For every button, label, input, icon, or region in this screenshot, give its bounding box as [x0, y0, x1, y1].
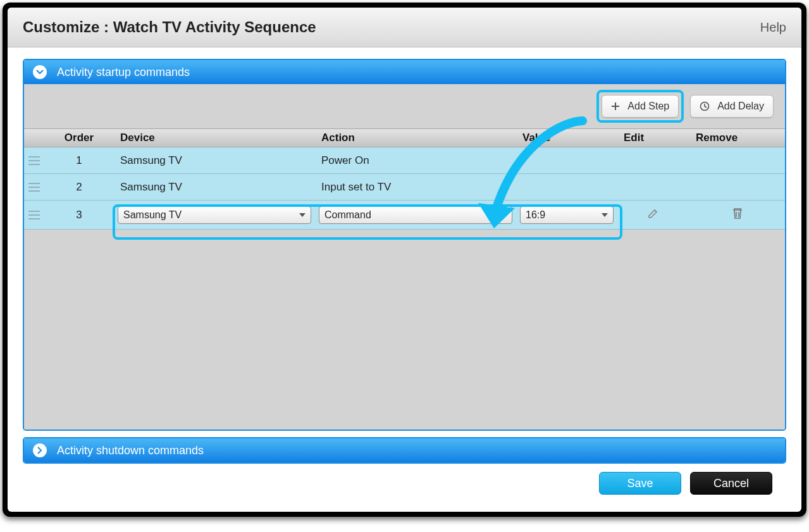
row-order: 1	[44, 147, 114, 173]
table-header: Order Device Action Value Edit Remove	[24, 128, 785, 147]
value-select[interactable]: 16:9	[520, 206, 614, 224]
collapse-icon[interactable]	[33, 65, 47, 79]
col-edit: Edit	[617, 129, 689, 147]
help-link[interactable]: Help	[760, 20, 786, 35]
table-row: 1 Samsung TV Power On	[24, 147, 785, 174]
action-select[interactable]: Command	[319, 206, 512, 224]
cancel-button[interactable]: Cancel	[690, 472, 772, 495]
plus-icon	[611, 102, 620, 111]
drag-handle[interactable]	[24, 174, 44, 200]
shutdown-header[interactable]: Activity shutdown commands	[24, 438, 785, 462]
titlebar: Customize : Watch TV Activity Sequence H…	[8, 8, 801, 47]
drag-handle[interactable]	[24, 147, 44, 173]
table-row: 3 Samsung TV Command	[24, 201, 785, 230]
shutdown-title: Activity shutdown commands	[57, 444, 204, 457]
expand-icon[interactable]	[33, 443, 47, 457]
col-remove: Remove	[689, 129, 785, 147]
chevron-down-icon	[602, 213, 608, 217]
add-step-highlight: Add Step	[596, 90, 684, 123]
row-value	[516, 174, 617, 200]
device-select[interactable]: Samsung TV	[118, 206, 311, 224]
startup-panel: Activity startup commands Add Step	[23, 59, 786, 431]
chevron-down-icon	[299, 213, 306, 217]
row-device: Samsung TV	[114, 147, 315, 173]
row-value	[516, 147, 617, 173]
trash-icon[interactable]	[732, 207, 743, 223]
row-action: Input set to TV	[315, 174, 516, 200]
save-button[interactable]: Save	[599, 472, 681, 495]
add-step-label: Add Step	[627, 101, 669, 112]
add-step-button[interactable]: Add Step	[602, 95, 679, 118]
row-action: Power On	[315, 147, 516, 173]
drag-handle[interactable]	[24, 201, 44, 229]
dialog-footer: Save Cancel	[23, 464, 786, 503]
device-select-value: Samsung TV	[123, 209, 182, 221]
col-order: Order	[44, 129, 114, 147]
row-device: Samsung TV	[114, 174, 315, 200]
row-order: 3	[44, 201, 114, 229]
startup-header[interactable]: Activity startup commands	[24, 60, 785, 84]
col-value: Value	[516, 129, 617, 147]
col-action: Action	[315, 129, 516, 147]
startup-title: Activity startup commands	[57, 66, 190, 79]
dialog-frame: Customize : Watch TV Activity Sequence H…	[3, 3, 806, 517]
action-select-value: Command	[324, 209, 371, 221]
row-order: 2	[44, 174, 114, 200]
value-select-value: 16:9	[526, 209, 545, 221]
edit-icon[interactable]	[647, 207, 660, 223]
table-row: 2 Samsung TV Input set to TV	[24, 174, 785, 201]
chevron-down-icon	[500, 213, 507, 217]
add-delay-label: Add Delay	[717, 101, 764, 112]
startup-toolbar: Add Step Add Delay	[24, 84, 785, 128]
dialog-title: Customize : Watch TV Activity Sequence	[23, 18, 760, 36]
add-delay-button[interactable]: Add Delay	[690, 95, 774, 118]
clock-icon	[700, 101, 710, 111]
col-device: Device	[114, 129, 315, 147]
shutdown-panel: Activity shutdown commands	[23, 437, 786, 464]
